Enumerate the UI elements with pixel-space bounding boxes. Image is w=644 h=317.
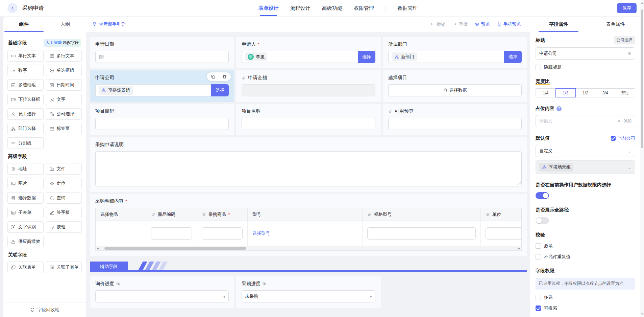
dropdown-select[interactable]: ▾: [95, 290, 229, 302]
field-component-person[interactable]: 员工选择: [7, 108, 44, 120]
canvas-field-申请日期[interactable]: 申请日期: [90, 37, 234, 68]
field-title-input[interactable]: 申请公司 ✳: [536, 47, 635, 60]
scroll-up-arrow[interactable]: ▲: [640, 1, 644, 4]
field-component-text-multi[interactable]: 多行文本: [46, 50, 82, 62]
field-component-grid[interactable]: 子表单: [7, 207, 44, 218]
searchable-checkbox[interactable]: [536, 305, 541, 311]
hide-title-checkbox[interactable]: [536, 65, 541, 70]
field-component-search[interactable]: 查询: [46, 192, 82, 204]
width-option-1/2[interactable]: 1/2: [575, 88, 596, 97]
select-button[interactable]: 选择: [358, 51, 375, 63]
field-component-calendar[interactable]: 日期时间: [46, 79, 82, 91]
scope-toggle[interactable]: [536, 192, 549, 199]
field-component-pen[interactable]: 签字板: [46, 207, 82, 218]
scroll-right-arrow[interactable]: ▶: [517, 246, 521, 251]
redo-button[interactable]: 重做: [452, 21, 468, 27]
field-component-text-single[interactable]: 单行文本: [7, 50, 44, 62]
field-component-grid[interactable]: 关联子表单: [46, 262, 82, 273]
mobile-preview-button[interactable]: 手机预览: [497, 21, 521, 27]
back-button[interactable]: [7, 3, 18, 13]
property-tab-0[interactable]: 字段属性: [530, 17, 587, 32]
canvas-field-采购申请说明[interactable]: 采购申请说明: [90, 137, 527, 192]
horizontal-scrollbar[interactable]: ◀ ▶: [95, 246, 522, 251]
table-cell-input[interactable]: [151, 227, 192, 240]
section-divider[interactable]: 辅助字段: [90, 262, 527, 272]
member-input[interactable]: 享搭场景组: [95, 84, 211, 96]
top-tab-4[interactable]: 数据管理: [397, 0, 418, 17]
newbie-guide-link[interactable]: 查看新手引导: [92, 17, 125, 32]
field-component-number[interactable]: 123数字: [7, 65, 44, 76]
unique-checkbox[interactable]: [536, 254, 541, 259]
hscrollbar-thumb[interactable]: [104, 247, 246, 250]
field-component-ocr[interactable]: 文字识别: [7, 221, 44, 233]
canvas-field-可用预算[interactable]: 可用预算: [383, 104, 527, 135]
date-input[interactable]: [95, 51, 229, 63]
save-button[interactable]: 保存: [617, 3, 637, 13]
preview-button[interactable]: 预览: [474, 21, 490, 27]
fullpath-toggle[interactable]: [536, 217, 549, 224]
multi-select-checkbox[interactable]: [536, 295, 541, 300]
table-cell-input[interactable]: [486, 227, 522, 240]
top-tab-0[interactable]: 表单设计: [258, 0, 279, 17]
scroll-left-arrow[interactable]: ◀: [96, 246, 100, 251]
searchable-checkbox-row[interactable]: 可搜索: [536, 305, 635, 311]
field-component-checkbox[interactable]: 多选框组: [7, 79, 44, 91]
field-component-database[interactable]: 选择数据: [7, 192, 44, 204]
field-component-link-form[interactable]: 关联表单: [7, 262, 44, 273]
field-component-radio[interactable]: 单选框组: [46, 65, 82, 76]
field-component-company[interactable]: 公司选择: [46, 108, 82, 120]
current-company-option[interactable]: 当前公司: [611, 135, 635, 141]
sidebar-tab-0[interactable]: 组件: [3, 17, 45, 32]
text-input[interactable]: [95, 118, 229, 130]
sidebar-tab-1[interactable]: 大纲: [45, 17, 86, 32]
dropdown-select[interactable]: 未采购▾: [242, 290, 375, 302]
field-component-pin[interactable]: 地址: [7, 163, 44, 175]
member-input[interactable]: 李 李里: [242, 51, 357, 63]
canvas-field-采购进度[interactable]: 采购进度 未采购▾: [236, 276, 380, 308]
width-option-1/4[interactable]: 1/4: [536, 88, 556, 97]
select-button[interactable]: 选择: [211, 84, 229, 96]
text-input[interactable]: [388, 118, 522, 130]
multi-checkbox-row[interactable]: 多选: [536, 294, 635, 300]
required-checkbox[interactable]: [536, 243, 541, 249]
field-recycle-bin[interactable]: 字段回收站: [3, 302, 86, 317]
select-data-button[interactable]: 选择数据: [388, 84, 522, 96]
canvas-field-所属部门[interactable]: 所属部门 新部门 选择: [383, 37, 527, 68]
placeholder-input[interactable]: 请输入 ✳ 0/20: [536, 115, 635, 127]
ai-match-badge[interactable]: 人工智能匹配字段: [44, 39, 81, 47]
table-cell-input[interactable]: [202, 227, 243, 240]
canvas-field-采购明细内容[interactable]: 采购明细内容* 选择物品商品编码采购商品*型号规格型号单位 选择型号 ◀ ▶: [90, 194, 527, 256]
scrollbar-thumb[interactable]: [641, 9, 643, 148]
property-tab-1[interactable]: 表单属性: [587, 17, 644, 32]
top-tab-1[interactable]: 流程设计: [290, 0, 311, 17]
canvas-field-申请人[interactable]: 申请人* 李 李里 选择: [236, 37, 380, 68]
scroll-down-arrow[interactable]: ▼: [640, 313, 644, 316]
select-model-link[interactable]: 选择型号: [252, 230, 270, 236]
field-component-letter-a[interactable]: 文字: [46, 94, 82, 105]
width-option-3/4[interactable]: 3/4: [595, 88, 615, 97]
textarea-input[interactable]: [95, 151, 522, 186]
canvas-field-选择项目[interactable]: 选择项目 选择数据: [383, 70, 527, 102]
field-component-org[interactable]: 部门选择: [7, 123, 44, 134]
top-tab-2[interactable]: 高级功能: [322, 0, 342, 17]
top-tab-3[interactable]: 权限管理: [354, 0, 374, 17]
canvas-field-询价进度[interactable]: 询价进度 ▾: [90, 276, 234, 308]
select-button[interactable]: 选择: [504, 51, 522, 63]
field-component-locate[interactable]: 定位: [46, 178, 82, 189]
current-company-checkbox[interactable]: [611, 136, 616, 141]
help-icon[interactable]: ?: [556, 106, 562, 111]
width-option-整行[interactable]: 整行: [615, 88, 635, 97]
field-component-select-box[interactable]: 下拉选择框: [7, 94, 44, 105]
canvas-field-申请金额[interactable]: 申请金额: [236, 70, 380, 102]
field-component-divider[interactable]: 分割线: [7, 137, 44, 149]
member-input[interactable]: 新部门: [388, 51, 504, 63]
canvas-field-申请公司[interactable]: 申请公司 享搭场景组 选择: [90, 70, 234, 102]
vertical-scrollbar[interactable]: ▲ ▼: [640, 0, 644, 317]
undo-button[interactable]: 撤销: [430, 21, 445, 27]
required-checkbox-row[interactable]: 必填: [536, 243, 635, 249]
formula-icon[interactable]: ✳: [617, 118, 621, 124]
field-component-button[interactable]: 按钮: [46, 221, 82, 233]
text-input[interactable]: [242, 118, 375, 130]
field-component-puzzle[interactable]: 供应商绩效: [7, 236, 44, 247]
width-option-1/3[interactable]: 1/3: [555, 88, 576, 97]
